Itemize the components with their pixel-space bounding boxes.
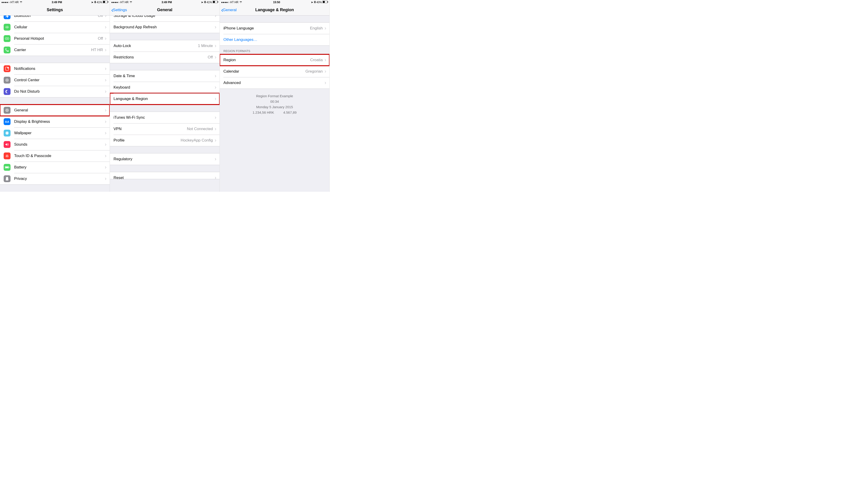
- row-label: Auto-Lock: [113, 44, 131, 48]
- notifications-icon: [4, 65, 11, 72]
- row-label: Control Center: [14, 78, 39, 82]
- row-display[interactable]: AA Display & Brightness ›: [0, 116, 110, 127]
- chevron-right-icon: ›: [105, 119, 107, 125]
- page-title: Settings: [47, 7, 63, 12]
- row-calendar[interactable]: Calendar Gregorian ›: [220, 66, 329, 77]
- row-carrier[interactable]: Carrier HT HR ›: [0, 44, 110, 56]
- row-label: Keyboard: [113, 85, 130, 90]
- carrier-icon: [4, 47, 11, 53]
- row-reset[interactable]: Reset ›: [110, 172, 220, 179]
- svg-point-9: [6, 80, 8, 81]
- row-label: Date & Time: [113, 74, 135, 78]
- svg-point-3: [6, 27, 7, 28]
- chevron-right-icon: ›: [215, 73, 216, 79]
- svg-rect-24: [328, 1, 328, 2]
- row-privacy[interactable]: Privacy ›: [0, 173, 110, 184]
- row-label: Personal Hotspot: [14, 36, 44, 41]
- row-control-center[interactable]: Control Center ›: [0, 75, 110, 86]
- chevron-right-icon: ›: [215, 115, 216, 120]
- row-value: Off: [208, 55, 213, 60]
- status-time: 3:49 PM: [52, 1, 62, 4]
- wifi-icon: [19, 1, 22, 4]
- back-button[interactable]: ‹ General: [221, 4, 237, 15]
- row-dnd[interactable]: Do Not Disturb ›: [0, 86, 110, 97]
- touchid-icon: [4, 152, 11, 159]
- svg-rect-18: [9, 167, 10, 168]
- bluetooth-icon: [204, 1, 206, 4]
- row-label: Storage & iCloud Usage: [113, 16, 155, 18]
- row-iphone-language[interactable]: iPhone Language English ›: [220, 22, 329, 34]
- chevron-right-icon: ›: [215, 175, 216, 181]
- row-general[interactable]: General ›: [0, 104, 110, 116]
- row-label: Profile: [113, 138, 125, 143]
- row-label: Reset: [113, 176, 124, 180]
- row-label: Do Not Disturb: [14, 89, 39, 94]
- row-cellular[interactable]: Cellular ›: [0, 21, 110, 33]
- wallpaper-icon: [4, 130, 11, 136]
- back-button[interactable]: ‹ Settings: [111, 4, 127, 15]
- row-label: Privacy: [14, 176, 27, 181]
- chevron-right-icon: ›: [105, 130, 107, 136]
- chevron-right-icon: ›: [215, 137, 216, 143]
- row-regulatory[interactable]: Regulatory ›: [110, 153, 220, 165]
- row-battery[interactable]: Battery ›: [0, 162, 110, 173]
- page-title: General: [157, 7, 172, 12]
- chevron-right-icon: ›: [105, 176, 107, 182]
- wifi-icon: [129, 1, 132, 4]
- row-value: 1 Minute: [198, 44, 213, 48]
- status-time: 15:50: [273, 1, 280, 4]
- battery-app-icon: [4, 164, 11, 171]
- row-notifications[interactable]: Notifications ›: [0, 63, 110, 75]
- chevron-right-icon: ›: [105, 66, 107, 72]
- carrier-label: HT HR: [120, 1, 128, 4]
- svg-point-4: [5, 38, 7, 39]
- row-label: Language & Region: [113, 97, 148, 101]
- battery-icon: [213, 1, 218, 4]
- row-label: Battery: [14, 165, 27, 169]
- chevron-right-icon: ›: [105, 164, 107, 170]
- row-sounds[interactable]: Sounds ›: [0, 139, 110, 150]
- nav-bar: Settings: [0, 4, 110, 16]
- svg-rect-21: [218, 1, 218, 2]
- row-bg-refresh[interactable]: Background App Refresh ›: [110, 21, 220, 33]
- row-restrictions[interactable]: Restrictions Off ›: [110, 52, 220, 63]
- section-header: REGION FORMATS: [220, 46, 329, 54]
- chevron-right-icon: ›: [105, 153, 107, 159]
- cellular-icon: [4, 24, 11, 31]
- row-language-region[interactable]: Language & Region ›: [110, 93, 220, 104]
- row-other-languages[interactable]: Other Languages…: [220, 34, 329, 45]
- row-advanced[interactable]: Advanced ›: [220, 77, 329, 88]
- row-itunes-sync[interactable]: iTunes Wi-Fi Sync ›: [110, 112, 220, 123]
- row-keyboard[interactable]: Keyboard ›: [110, 82, 220, 93]
- example-title: Region Format Example: [222, 93, 327, 99]
- svg-rect-20: [213, 1, 215, 3]
- sounds-icon: [4, 141, 11, 148]
- row-wallpaper[interactable]: Wallpaper ›: [0, 127, 110, 139]
- chevron-right-icon: ›: [105, 47, 107, 53]
- row-value: Off: [98, 16, 103, 18]
- row-hotspot[interactable]: Personal Hotspot Off ›: [0, 33, 110, 44]
- privacy-icon: [4, 175, 11, 182]
- chevron-right-icon: ›: [215, 96, 216, 102]
- row-region[interactable]: Region Croatia ›: [220, 54, 329, 66]
- row-label: Touch ID & Passcode: [14, 153, 51, 158]
- row-bluetooth[interactable]: Bluetooth Off ›: [0, 16, 110, 21]
- svg-rect-17: [5, 167, 8, 168]
- row-date-time[interactable]: Date & Time ›: [110, 70, 220, 82]
- chevron-right-icon: ›: [105, 142, 107, 147]
- status-bar: ●●●●○ HT HR 3:49 PM ➤ 41%: [110, 0, 220, 4]
- row-vpn[interactable]: VPN Not Connected ›: [110, 123, 220, 135]
- svg-point-7: [7, 67, 9, 68]
- row-label: Other Languages…: [223, 37, 257, 42]
- row-autolock[interactable]: Auto-Lock 1 Minute ›: [110, 40, 220, 52]
- page-title: Language & Region: [255, 7, 294, 12]
- wifi-icon: [239, 1, 242, 4]
- svg-rect-23: [323, 1, 325, 3]
- row-label: Display & Brightness: [14, 119, 50, 124]
- chevron-right-icon: ›: [215, 43, 216, 49]
- row-storage[interactable]: Storage & iCloud Usage ›: [110, 16, 220, 21]
- chevron-right-icon: ›: [105, 24, 107, 30]
- row-label: Region: [223, 58, 236, 62]
- row-profile[interactable]: Profile HockeyApp Config ›: [110, 135, 220, 146]
- row-touchid[interactable]: Touch ID & Passcode ›: [0, 150, 110, 162]
